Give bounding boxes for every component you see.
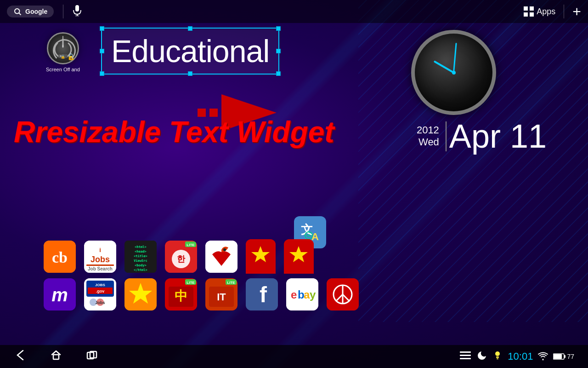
app-icon-m[interactable]: m (44, 278, 76, 310)
svg-rect-83 (496, 356, 499, 358)
svg-rect-81 (460, 358, 471, 359)
recent-apps-button[interactable] (85, 349, 98, 364)
clock-widget[interactable] (411, 30, 496, 115)
svg-rect-76 (53, 355, 59, 359)
resize-handle-br[interactable] (276, 71, 281, 76)
moon-icon[interactable] (476, 350, 487, 363)
svg-text:LITE: LITE (187, 281, 195, 285)
svg-rect-11 (60, 55, 62, 57)
svg-text:<body>: <body> (135, 264, 146, 267)
menu-icon[interactable] (459, 349, 472, 364)
svg-text:Job Search: Job Search (88, 266, 113, 271)
svg-text:m: m (51, 285, 68, 305)
svg-rect-87 (564, 355, 565, 358)
back-button[interactable] (14, 349, 27, 364)
app-icon-chinese-dict[interactable]: LITE 中 (165, 278, 197, 310)
svg-text:a: a (304, 288, 310, 301)
apps-label: Apps (537, 7, 555, 17)
app-row-2: m JOBS .gov Jobs (44, 278, 359, 310)
svg-rect-84 (497, 358, 498, 359)
nav-bar: 10:01 77 (0, 345, 588, 368)
svg-text:<html>: <html> (135, 245, 146, 249)
main-content: 🔒 🔒 Screen Off and Educational Rresizabl… (0, 23, 588, 345)
svg-text:e: e (291, 288, 297, 301)
svg-rect-86 (554, 354, 562, 359)
lock-overlay: 🔒 (67, 53, 75, 60)
google-search-bar[interactable]: Google (7, 6, 54, 17)
text-widget[interactable]: Educational (101, 28, 279, 75)
date-dow: Wed (418, 136, 439, 148)
app-icon-star-bookmark-2[interactable] (284, 239, 314, 274)
svg-text:🔒: 🔒 (61, 54, 65, 59)
app-icon-italian-dict[interactable]: LITE IT (205, 278, 237, 310)
battery-icon: 77 (553, 353, 574, 360)
app-icon-peace[interactable] (327, 278, 359, 310)
promo-text: Rresizable Text Widget (14, 115, 334, 149)
svg-rect-5 (524, 6, 528, 11)
power-button[interactable]: 🔒 🔒 (47, 32, 79, 64)
clock-center (452, 71, 456, 75)
resize-handle-tr[interactable] (276, 26, 281, 31)
search-icon (13, 7, 22, 16)
app-icon-jobs-gov[interactable]: JOBS .gov Jobs (84, 278, 116, 310)
home-button[interactable] (50, 349, 62, 364)
screen-off-widget[interactable]: 🔒 🔒 Screen Off and (46, 32, 80, 73)
resize-handle-lm[interactable] (100, 49, 104, 53)
apps-button[interactable]: Apps (524, 6, 555, 17)
hour-hand (433, 60, 454, 73)
screen-off-label: Screen Off and (46, 66, 80, 73)
svg-text:Jobs: Jobs (95, 300, 105, 305)
svg-rect-8 (530, 12, 534, 17)
svg-rect-6 (530, 6, 534, 11)
app-icon-ebay[interactable]: e b a y (286, 278, 318, 310)
mic-icon[interactable] (73, 5, 82, 18)
svg-text:LITE: LITE (187, 243, 195, 247)
status-bar-left: Google (7, 5, 82, 18)
minute-hand (453, 43, 457, 73)
svg-text:.gov: .gov (96, 289, 105, 293)
svg-line-1 (19, 13, 21, 15)
svg-text:IT: IT (217, 291, 226, 303)
svg-text:Jobs: Jobs (90, 255, 110, 264)
app-icon-htmlviewer[interactable]: <html> <head> <title> ViewSrc <body> </h… (124, 241, 157, 273)
divider (63, 5, 63, 18)
resize-handle-rm[interactable] (276, 49, 281, 53)
app-icon-crunchbase[interactable]: cb (44, 241, 76, 273)
app-icon-star-favorite[interactable] (124, 278, 157, 310)
app-icon-korean-dict[interactable]: LITE 한 (165, 241, 197, 273)
svg-point-37 (223, 248, 226, 251)
svg-text:中: 中 (175, 289, 187, 303)
lightbulb-icon[interactable] (492, 350, 503, 363)
svg-text:f: f (260, 282, 267, 307)
svg-text:cb: cb (52, 249, 68, 266)
wifi-icon (537, 351, 548, 362)
app-icon-kolibri[interactable] (205, 241, 237, 273)
svg-rect-80 (460, 355, 471, 356)
resize-handle-bl[interactable] (100, 71, 104, 76)
svg-text:i: i (99, 247, 101, 253)
resize-handle-bm[interactable] (188, 71, 192, 76)
svg-text:y: y (310, 288, 316, 301)
resize-handle-tl[interactable] (100, 26, 104, 31)
date-main: Apr 11 (449, 120, 547, 153)
text-widget-box: Educational (101, 28, 279, 75)
svg-text:<title>: <title> (134, 254, 147, 258)
battery-level: 77 (567, 353, 574, 360)
app-icon-ijobs[interactable]: i Jobs Job Search (84, 241, 116, 273)
app-icon-facebook[interactable]: f (246, 278, 278, 310)
educational-text: Educational (111, 33, 269, 69)
svg-text:JOBS: JOBS (95, 283, 105, 287)
date-widget: 2012 Wed Apr 11 (417, 120, 547, 153)
svg-rect-7 (524, 12, 528, 17)
status-bar-right: Apps + (524, 4, 581, 19)
clock-face (411, 30, 496, 115)
add-button[interactable]: + (572, 4, 581, 19)
svg-rect-10 (58, 54, 68, 58)
resize-handle-tm[interactable] (188, 26, 192, 31)
apps-grid-icon (524, 6, 534, 17)
date-separator (446, 121, 447, 151)
power-icon: 🔒 (51, 37, 74, 60)
svg-text:LITE: LITE (227, 281, 235, 285)
nav-right: 10:01 77 (459, 349, 574, 364)
app-icon-star-bookmark-1[interactable] (246, 239, 276, 274)
